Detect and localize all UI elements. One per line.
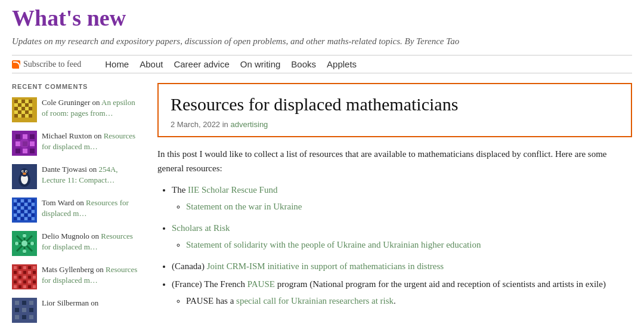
special-call-link[interactable]: special call for Ukrainian researchers a… xyxy=(236,296,394,306)
comment-text: Delio Mugnolo on Resources for displaced… xyxy=(42,231,143,252)
svg-rect-117 xyxy=(28,285,31,288)
comment-author: Mats Gyllenberg xyxy=(42,265,94,274)
nav-books[interactable]: Books xyxy=(291,59,316,69)
list-item: Dante Tjowasi on 254A, Lecture 11: Compa… xyxy=(12,164,143,189)
avatar xyxy=(12,97,37,122)
svg-rect-56 xyxy=(24,203,27,206)
solidarity-statement-link[interactable]: Statement of solidarity with the people … xyxy=(186,240,481,249)
svg-rect-63 xyxy=(28,206,31,209)
svg-rect-49 xyxy=(21,199,24,202)
post-title-box: Resources for displaced mathematicians 2… xyxy=(157,83,632,137)
comment-author: Michael Ruxton xyxy=(42,131,92,140)
pause-link[interactable]: PAUSE xyxy=(247,279,275,289)
svg-rect-120 xyxy=(15,301,19,305)
list-item: Cole Gruninger on An epsilon of room: pa… xyxy=(12,97,143,122)
svg-rect-30 xyxy=(16,141,20,146)
main-layout: Recent Comments xyxy=(12,83,632,327)
list-item: The IIE Scholar Rescue Fund Statement on… xyxy=(172,183,632,214)
svg-rect-9 xyxy=(25,103,29,107)
svg-rect-105 xyxy=(18,276,21,279)
avatar xyxy=(12,164,37,189)
svg-point-43 xyxy=(23,171,24,172)
svg-rect-20 xyxy=(29,110,32,114)
svg-rect-51 xyxy=(28,199,31,202)
comment-text: Cole Gruninger on An epsilon of room: pa… xyxy=(42,97,143,119)
svg-rect-53 xyxy=(14,203,17,206)
svg-rect-16 xyxy=(14,110,18,114)
svg-rect-18 xyxy=(21,110,25,114)
svg-rect-15 xyxy=(29,107,32,110)
svg-point-45 xyxy=(23,172,26,175)
svg-rect-59 xyxy=(14,206,17,209)
svg-rect-70 xyxy=(32,210,35,213)
svg-rect-122 xyxy=(29,301,33,305)
svg-rect-11 xyxy=(14,107,18,110)
svg-rect-126 xyxy=(15,315,19,319)
svg-rect-12 xyxy=(18,107,21,110)
svg-rect-6 xyxy=(14,103,18,107)
post-category[interactable]: advertising xyxy=(230,120,268,129)
svg-rect-55 xyxy=(21,203,24,206)
list-item: (Canada) Joint CRM-ISM initiative in sup… xyxy=(172,259,632,273)
svg-rect-2 xyxy=(18,100,21,103)
list-item: Scholars at Risk Statement of solidarity… xyxy=(172,221,632,252)
svg-point-88 xyxy=(21,240,27,246)
iie-link[interactable]: IIE Scholar Rescue Fund xyxy=(188,185,277,195)
svg-rect-124 xyxy=(22,308,26,312)
svg-rect-96 xyxy=(23,266,26,269)
post-title: Resources for displaced mathematicians xyxy=(171,94,619,115)
svg-rect-64 xyxy=(32,206,35,209)
post-body: In this post I would like to collect a l… xyxy=(157,147,632,308)
svg-rect-68 xyxy=(24,210,27,213)
svg-rect-80 xyxy=(24,217,27,220)
svg-rect-79 xyxy=(21,217,24,220)
rss-icon xyxy=(12,60,20,69)
svg-rect-115 xyxy=(18,285,21,288)
svg-rect-47 xyxy=(14,199,17,202)
subscribe-link[interactable]: Subscribe to feed xyxy=(12,60,81,69)
svg-rect-106 xyxy=(23,276,26,279)
ukraine-statement-link[interactable]: Statement on the war in Ukraine xyxy=(186,202,302,211)
svg-rect-65 xyxy=(14,210,17,213)
list-item: Michael Ruxton on Resources for displace… xyxy=(12,131,143,156)
svg-rect-74 xyxy=(24,214,27,217)
svg-rect-58 xyxy=(32,203,35,206)
svg-rect-29 xyxy=(30,134,35,139)
svg-rect-33 xyxy=(16,149,20,153)
crm-ism-link[interactable]: Joint CRM-ISM initiative in support of m… xyxy=(207,261,444,271)
svg-rect-121 xyxy=(22,301,26,305)
svg-rect-28 xyxy=(23,134,27,139)
list-item: Statement of solidarity with the people … xyxy=(186,237,632,252)
nav-applets[interactable]: Applets xyxy=(327,59,357,69)
svg-rect-66 xyxy=(17,210,20,213)
list-item: PAUSE has a special call for Ukrainian r… xyxy=(186,294,632,308)
svg-rect-25 xyxy=(29,114,32,118)
comment-text: Mats Gyllenberg on Resources for displac… xyxy=(42,264,143,286)
nav-about[interactable]: About xyxy=(140,59,163,69)
svg-rect-27 xyxy=(16,134,20,139)
nav-home[interactable]: Home xyxy=(105,59,129,69)
svg-rect-61 xyxy=(21,206,24,209)
svg-rect-108 xyxy=(33,276,36,279)
svg-rect-1 xyxy=(14,100,18,103)
svg-point-36 xyxy=(20,138,29,148)
list-item: Delio Mugnolo on Resources for displaced… xyxy=(12,231,143,256)
svg-rect-24 xyxy=(25,114,29,118)
svg-rect-113 xyxy=(33,280,36,283)
svg-rect-109 xyxy=(14,280,17,283)
svg-point-92 xyxy=(30,242,34,245)
svg-rect-14 xyxy=(25,107,29,110)
svg-point-89 xyxy=(23,234,26,237)
scholars-at-risk-link[interactable]: Scholars at Risk xyxy=(172,223,230,233)
svg-rect-60 xyxy=(17,206,20,209)
svg-rect-98 xyxy=(33,266,36,269)
svg-rect-23 xyxy=(21,114,25,118)
svg-rect-82 xyxy=(32,217,35,220)
svg-rect-100 xyxy=(18,271,21,274)
resources-list: The IIE Scholar Rescue Fund Statement on… xyxy=(172,183,632,308)
comment-text: Tom Ward on Resources for displaced m… xyxy=(42,198,143,219)
recent-comments-heading: Recent Comments xyxy=(12,83,143,90)
nav-on-writing[interactable]: On writing xyxy=(240,59,281,69)
nav-career-advice[interactable]: Career advice xyxy=(174,59,229,69)
comment-text: Lior Silberman on xyxy=(42,298,98,309)
